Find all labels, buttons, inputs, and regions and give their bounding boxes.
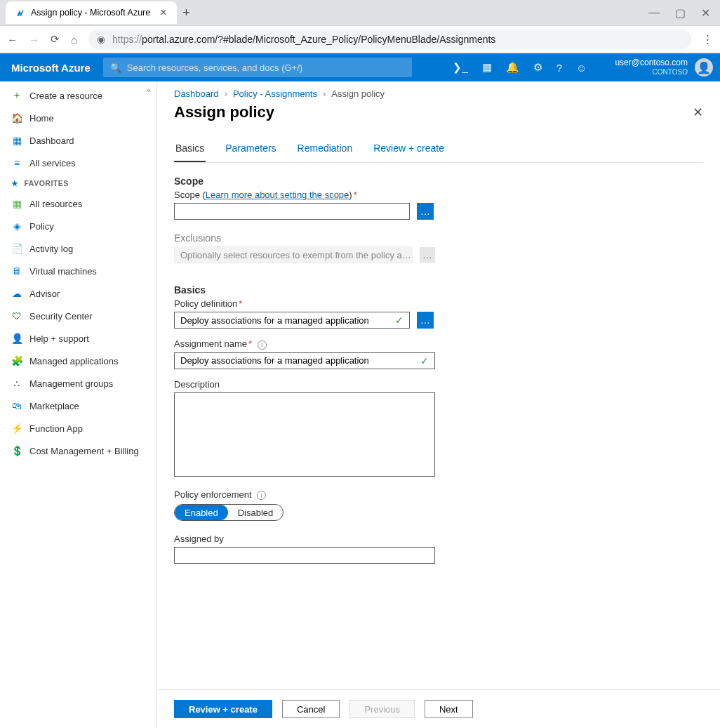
notifications-icon[interactable]: 🔔 (506, 61, 519, 74)
vm-icon: 🖥 (11, 265, 22, 277)
policy-definition-label: Policy definition* (174, 298, 703, 309)
browser-tab-title: Assign policy - Microsoft Azure (31, 8, 150, 18)
tab-remediation[interactable]: Remediation (296, 138, 354, 162)
exclusions-input: Optionally select resources to exempt fr… (174, 246, 413, 263)
browser-menu-icon[interactable]: ⋮ (702, 33, 713, 46)
crumb-policy-assignments[interactable]: Policy - Assignments (233, 88, 317, 99)
search-icon: 🔍 (110, 62, 121, 73)
mgmt-groups-icon: ⛬ (11, 378, 22, 389)
scope-learn-link[interactable]: Learn more about setting the scope (206, 190, 349, 200)
crumb-current: Assign policy (331, 88, 385, 99)
nav-cost-management[interactable]: 💲Cost Management + Billing (0, 439, 156, 462)
log-icon: 📄 (11, 243, 22, 254)
close-icon[interactable]: × (160, 7, 166, 18)
crumb-dashboard[interactable]: Dashboard (174, 88, 219, 99)
required-marker: * (354, 190, 357, 200)
nav-function-app[interactable]: ⚡Function App (0, 417, 156, 439)
nav-all-resources[interactable]: ▦All resources (0, 192, 156, 215)
back-icon[interactable]: ← (7, 34, 18, 46)
page-title: Assign policy (174, 103, 274, 121)
avatar-icon: 👤 (695, 58, 713, 77)
cancel-button[interactable]: Cancel (282, 700, 340, 718)
nav-home[interactable]: 🏠 Home (0, 107, 156, 129)
enforcement-toggle[interactable]: Enabled Disabled (174, 504, 284, 521)
info-icon[interactable]: i (257, 491, 266, 500)
window-controls: — ▢ ✕ (648, 6, 720, 20)
help-icon[interactable]: ? (556, 62, 562, 74)
checkmark-icon: ✓ (420, 355, 429, 366)
settings-icon[interactable]: ⚙ (533, 61, 542, 74)
description-label: Description (174, 379, 703, 390)
nav-create-resource[interactable]: ＋ Create a resource (0, 84, 156, 107)
home-icon[interactable]: ⌂ (71, 34, 77, 46)
grid-icon: ▦ (11, 198, 22, 209)
nav-managed-applications[interactable]: 🧩Managed applications (0, 350, 156, 372)
scope-header: Scope (174, 176, 703, 187)
nav-help-support[interactable]: 👤Help + support (0, 327, 156, 350)
review-create-button[interactable]: Review + create (174, 700, 272, 718)
managed-apps-icon: 🧩 (11, 355, 22, 366)
favorites-header: ★ FAVORITES (0, 174, 156, 192)
search-input[interactable]: 🔍 Search resources, services, and docs (… (103, 58, 412, 77)
enforcement-enabled[interactable]: Enabled (175, 505, 228, 520)
nav-marketplace[interactable]: 🛍Marketplace (0, 395, 156, 417)
browser-tab[interactable]: Assign policy - Microsoft Azure × (6, 1, 177, 24)
nav-all-services[interactable]: ≡ All services (0, 152, 156, 174)
plus-icon: ＋ (11, 90, 22, 101)
assigned-by-input[interactable] (174, 547, 435, 564)
globe-icon: ◉ (97, 34, 105, 45)
tab-basics[interactable]: Basics (174, 138, 206, 162)
chevron-right-icon: › (225, 88, 227, 99)
directory-filter-icon[interactable]: ▦ (482, 61, 492, 74)
scope-input[interactable] (174, 203, 410, 220)
scope-picker-button[interactable]: … (417, 203, 434, 220)
nav-security-center[interactable]: 🛡Security Center (0, 305, 156, 327)
info-icon[interactable]: i (258, 340, 267, 350)
shield-icon: 🛡 (11, 310, 22, 322)
exclusions-header: Exclusions (174, 232, 703, 244)
url-path: portal.azure.com/?#blade/Microsoft_Azure… (142, 34, 495, 45)
exclusions-picker-button[interactable]: … (420, 247, 435, 263)
nav-activity-log[interactable]: 📄Activity log (0, 237, 156, 260)
chevron-right-icon: › (323, 88, 326, 99)
next-button[interactable]: Next (425, 700, 473, 718)
cost-icon: 💲 (11, 445, 22, 456)
policy-definition-picker-button[interactable]: … (417, 312, 434, 329)
dashboard-icon: ▦ (11, 135, 22, 146)
policy-definition-select[interactable]: Deploy associations for a managed applic… (174, 312, 410, 329)
user-email: user@contoso.com (615, 58, 688, 67)
basics-header: Basics (174, 284, 703, 296)
tab-review-create[interactable]: Review + create (372, 138, 446, 162)
nav-virtual-machines[interactable]: 🖥Virtual machines (0, 260, 156, 282)
nav-policy[interactable]: ◈Policy (0, 215, 156, 237)
user-menu[interactable]: user@contoso.com CONTOSO 👤 (615, 58, 713, 77)
address-bar[interactable]: ◉ https://portal.azure.com/?#blade/Micro… (88, 29, 691, 49)
azure-brand[interactable]: Microsoft Azure (11, 62, 91, 74)
cloud-shell-icon[interactable]: ❯_ (453, 61, 467, 74)
scope-label: Scope (Learn more about setting the scop… (174, 190, 703, 200)
reload-icon[interactable]: ⟳ (51, 33, 60, 46)
maximize-icon[interactable]: ▢ (675, 6, 686, 20)
star-icon: ★ (11, 179, 19, 187)
description-textarea[interactable] (174, 392, 435, 477)
user-tenant: CONTOSO (615, 67, 688, 77)
nav-advisor[interactable]: ☁Advisor (0, 282, 156, 305)
left-nav: « ＋ Create a resource 🏠 Home ▦ Dashboard… (0, 81, 157, 728)
minimize-icon[interactable]: — (648, 6, 660, 20)
function-icon: ⚡ (11, 423, 22, 434)
new-tab-button[interactable]: + (177, 6, 196, 20)
close-blade-icon[interactable]: ✕ (693, 105, 703, 120)
nav-dashboard[interactable]: ▦ Dashboard (0, 129, 156, 152)
checkmark-icon: ✓ (395, 315, 404, 326)
advisor-icon: ☁ (11, 288, 22, 299)
home-nav-icon: 🏠 (11, 112, 22, 124)
collapse-nav-icon[interactable]: « (147, 86, 151, 94)
tab-parameters[interactable]: Parameters (224, 138, 277, 162)
services-icon: ≡ (11, 157, 22, 168)
enforcement-disabled[interactable]: Disabled (228, 505, 284, 520)
policy-icon: ◈ (11, 220, 22, 232)
nav-management-groups[interactable]: ⛬Management groups (0, 372, 156, 395)
assignment-name-input[interactable]: Deploy associations for a managed applic… (174, 352, 435, 369)
feedback-icon[interactable]: ☺ (576, 62, 587, 74)
close-window-icon[interactable]: ✕ (701, 6, 710, 20)
